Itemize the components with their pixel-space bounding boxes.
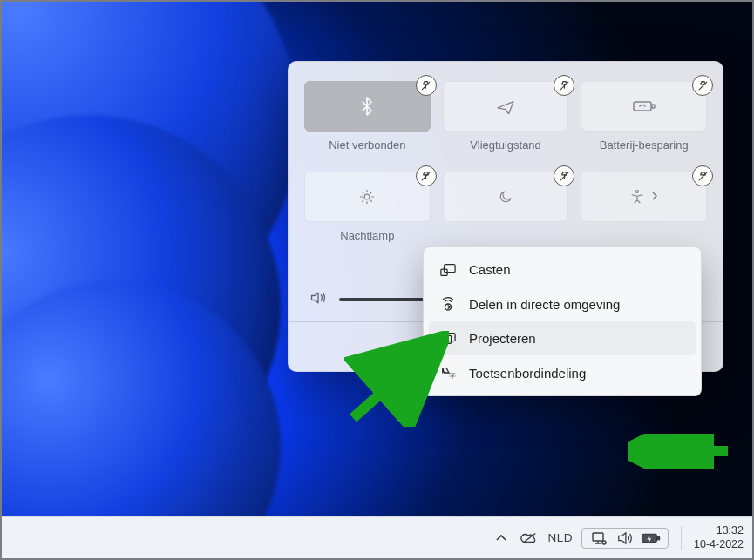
tile-airplane-button[interactable] bbox=[443, 81, 569, 132]
sun-icon bbox=[358, 188, 376, 206]
unpin-icon[interactable] bbox=[554, 75, 574, 96]
menu-item-nearby-share[interactable]: Delen in directe omgeving bbox=[429, 287, 696, 321]
svg-rect-1 bbox=[652, 105, 655, 108]
clock-time: 13:32 bbox=[717, 524, 744, 538]
taskbar: NLD 13:32 10-4-2022 bbox=[2, 516, 752, 558]
svg-rect-0 bbox=[634, 102, 651, 111]
tile-bluetooth-label: Niet verbonden bbox=[329, 138, 405, 166]
volume-icon bbox=[615, 531, 635, 545]
svg-point-22 bbox=[602, 541, 606, 544]
tile-bluetooth: Niet verbonden bbox=[304, 81, 431, 166]
tile-battery-saver-button[interactable] bbox=[581, 81, 707, 132]
onedrive-icon[interactable] bbox=[520, 532, 539, 544]
network-icon bbox=[589, 531, 608, 545]
svg-line-10 bbox=[370, 192, 371, 193]
keyboard-layout-icon: 字 bbox=[439, 365, 457, 381]
svg-rect-21 bbox=[593, 533, 603, 541]
tile-nightlight-label: Nachtlamp bbox=[340, 229, 394, 257]
tile-airplane: Vliegtuigstand bbox=[443, 81, 569, 166]
unpin-icon[interactable] bbox=[554, 165, 574, 186]
tray-status-group[interactable] bbox=[581, 528, 669, 549]
system-tray: NLD 13:32 10-4-2022 bbox=[492, 524, 744, 551]
quick-settings-grid-row2: Nachtlamp bbox=[304, 172, 707, 257]
tile-battery-saver-label: Batterij-besparing bbox=[600, 138, 689, 166]
menu-item-project[interactable]: Projecteren bbox=[429, 321, 696, 355]
language-indicator[interactable]: NLD bbox=[547, 531, 573, 544]
clock-date: 10-4-2022 bbox=[694, 538, 744, 552]
tray-chevron-up-icon[interactable] bbox=[492, 534, 511, 543]
unpin-icon[interactable] bbox=[692, 75, 713, 96]
quick-settings-grid: Niet verbonden Vliegtuigstand bbox=[304, 81, 707, 166]
cast-icon bbox=[439, 263, 457, 277]
tile-nightlight: Nachtlamp bbox=[304, 172, 431, 257]
tile-accessibility bbox=[581, 172, 707, 257]
svg-rect-12 bbox=[445, 264, 456, 272]
menu-item-keyboard-layout[interactable]: 字 Toetsenbordindeling bbox=[429, 355, 696, 390]
battery-saver-icon bbox=[633, 99, 656, 113]
tile-bluetooth-button[interactable] bbox=[304, 81, 431, 132]
nearby-share-icon bbox=[439, 296, 457, 312]
svg-text:字: 字 bbox=[449, 372, 456, 380]
taskbar-clock[interactable]: 13:32 10-4-2022 bbox=[694, 524, 744, 551]
speaker-icon[interactable] bbox=[309, 290, 327, 309]
svg-point-11 bbox=[635, 191, 638, 193]
moon-icon bbox=[498, 189, 513, 205]
tile-airplane-label: Vliegtuigstand bbox=[470, 138, 541, 166]
svg-line-7 bbox=[363, 192, 363, 193]
menu-item-label: Delen in directe omgeving bbox=[469, 297, 620, 312]
tile-battery-saver: Batterij-besparing bbox=[581, 81, 707, 166]
svg-point-2 bbox=[364, 194, 370, 199]
unpin-icon[interactable] bbox=[416, 165, 437, 186]
unpin-icon[interactable] bbox=[692, 165, 713, 186]
airplane-icon bbox=[496, 98, 515, 114]
tile-focus-button[interactable] bbox=[443, 172, 569, 222]
menu-item-cast[interactable]: Casten bbox=[429, 253, 696, 287]
unpin-icon[interactable] bbox=[416, 75, 437, 96]
svg-line-9 bbox=[363, 200, 363, 201]
tile-focus bbox=[443, 172, 569, 257]
svg-rect-15 bbox=[441, 335, 452, 343]
menu-item-label: Toetsenbordindeling bbox=[469, 366, 586, 381]
chevron-right-icon bbox=[650, 189, 659, 205]
project-icon bbox=[439, 332, 457, 346]
svg-rect-16 bbox=[445, 333, 455, 341]
svg-line-8 bbox=[370, 200, 371, 201]
separator bbox=[681, 526, 682, 550]
tile-nightlight-button[interactable] bbox=[304, 172, 431, 222]
accessibility-icon bbox=[629, 189, 645, 205]
tile-accessibility-button[interactable] bbox=[581, 172, 707, 222]
bluetooth-icon bbox=[359, 97, 375, 116]
add-menu-popup: Casten Delen in directe omgeving Project… bbox=[423, 246, 702, 396]
menu-item-label: Casten bbox=[469, 262, 511, 277]
battery-charging-icon bbox=[642, 532, 661, 544]
svg-rect-24 bbox=[657, 536, 659, 540]
menu-item-label: Projecteren bbox=[469, 331, 536, 346]
